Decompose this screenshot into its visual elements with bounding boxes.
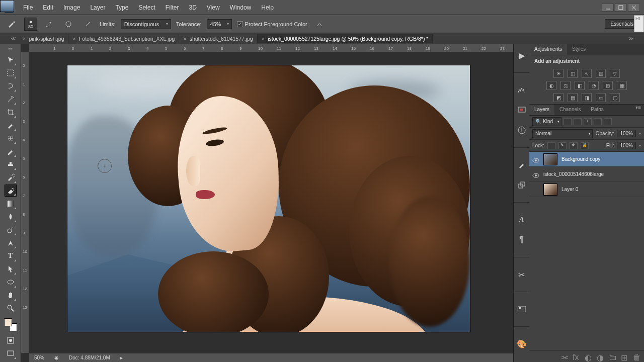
lookup-icon[interactable]: ▦ [617,81,627,90]
menu-file[interactable]: File [18,2,38,13]
tool-preset-icon[interactable] [5,18,19,30]
menu-window[interactable]: Window [225,2,257,13]
stamp-tool[interactable] [5,158,17,170]
tab-close-icon[interactable]: × [183,36,186,42]
layer-row[interactable]: Background copy [529,152,644,167]
menu-layer[interactable]: Layer [85,2,110,13]
filter-kind-select[interactable]: 🔍Kind [532,117,561,126]
tab-adjustments[interactable]: Adjustments [529,44,567,55]
character-icon[interactable]: A [517,215,527,225]
curves-icon[interactable]: ∿ [582,69,592,78]
tab-close-icon[interactable]: × [23,36,26,42]
move-tool[interactable] [5,54,17,66]
blend-mode-select[interactable]: Normal [532,129,593,138]
balance-icon[interactable]: ⚖ [560,81,571,90]
lock-pos-icon[interactable]: ✥ [570,142,578,149]
visibility-icon[interactable] [532,156,539,163]
visibility-icon[interactable] [532,186,539,193]
path-select-tool[interactable] [5,263,17,275]
paragraph-icon[interactable]: ¶ [517,235,527,245]
menu-edit[interactable]: Edit [38,2,58,13]
play-icon[interactable]: ▶ [517,50,527,60]
hue-icon[interactable]: ◐ [546,81,556,90]
fill-value[interactable]: 100% [617,142,636,149]
minimize-button[interactable] [602,4,614,12]
invert-icon[interactable]: ◩ [553,93,564,102]
canvas[interactable]: + [29,52,513,353]
swatches-panel-icon[interactable] [517,304,527,314]
tab-close-icon[interactable]: × [262,36,265,42]
selective-icon[interactable]: ▢ [610,93,620,102]
vibrance-icon[interactable]: ▽ [610,69,620,78]
panel-menu-icon[interactable]: ▾≡ [635,105,644,115]
tab-scroll-right-icon[interactable]: ≫ [625,36,636,41]
threshold-icon[interactable]: ◨ [582,93,592,102]
menu-type[interactable]: Type [110,2,133,13]
protect-fg-checkbox[interactable]: Protect Foreground Color [237,21,307,27]
lock-all-icon[interactable]: 🔒 [581,142,589,149]
menu-select[interactable]: Select [133,2,160,13]
wand-tool[interactable] [5,93,17,105]
dodge-tool[interactable] [5,224,17,236]
menu-image[interactable]: Image [58,2,85,13]
info-icon[interactable]: i [517,125,527,135]
brush-panel-icon[interactable] [517,160,527,170]
tab-scroll-left-icon[interactable]: ≪ [8,36,19,41]
exposure-icon[interactable]: ▨ [596,69,606,78]
tab-styles[interactable]: Styles [567,44,591,55]
color-panel-icon[interactable]: 🎨 [517,339,527,349]
new-fill-icon[interactable]: ◑ [597,353,604,360]
preset-manager-icon[interactable]: ✂ [517,269,527,280]
layer-thumbnail[interactable] [543,153,557,165]
posterize-icon[interactable]: ▤ [568,93,578,102]
layer-mask-icon[interactable]: ◐ [585,353,592,360]
delete-layer-icon[interactable]: 🗑 [633,353,640,360]
filter-adjust-icon[interactable] [574,118,582,125]
shape-tool[interactable] [5,276,17,288]
menu-help[interactable]: Help [256,2,279,13]
type-tool[interactable]: T [5,250,17,262]
navigator-icon[interactable] [517,105,527,115]
menu-filter[interactable]: Filter [160,2,184,13]
filter-pixel-icon[interactable] [564,118,572,125]
link-layers-icon[interactable]: ⫘ [560,353,568,360]
status-arrow-icon[interactable]: ▸ [120,355,123,360]
healing-tool[interactable] [5,132,17,144]
tablet-icon[interactable] [80,18,95,30]
brush-size-picker[interactable]: ●80 [24,18,37,31]
levels-icon[interactable]: ◫ [568,69,578,78]
limits-select[interactable]: Discontiguous [121,19,171,29]
tab-channels[interactable]: Channels [554,105,586,115]
layer-fx-icon[interactable]: fx [573,353,580,360]
tab-layers[interactable]: Layers [529,105,554,115]
quickmask-tool[interactable] [5,334,17,346]
history-brush-tool[interactable] [5,171,17,184]
gradient-map-icon[interactable]: ▭ [596,93,606,102]
new-layer-icon[interactable]: ⊞ [621,353,628,360]
pressure-icon[interactable] [61,18,75,30]
layer-thumbnail[interactable] [543,184,557,196]
tab-paths[interactable]: Paths [586,105,609,115]
opacity-value[interactable]: 100% [617,130,636,137]
marquee-tool[interactable] [5,67,17,79]
tab-close-icon[interactable]: × [72,36,75,42]
brightness-icon[interactable]: ☀ [553,69,564,78]
visibility-icon[interactable] [532,171,539,178]
eraser-tool[interactable] [5,185,17,197]
close-button[interactable] [628,4,640,12]
zoom-level[interactable]: 50% [34,355,44,360]
zoom-tool[interactable] [5,302,17,314]
layer-thumbnail[interactable] [0,0,14,12]
sample-icon[interactable] [312,18,327,30]
crop-tool[interactable] [5,106,17,118]
clone-source-icon[interactable] [517,180,527,190]
brush-icon[interactable] [42,18,56,30]
photo-filter-icon[interactable]: ◔ [589,81,599,90]
brush-tool[interactable] [5,145,17,157]
document-tab[interactable]: ×pink-splash.jpg [19,34,68,43]
mixer-icon[interactable]: ⊞ [603,81,613,90]
hand-tool[interactable] [5,289,17,301]
tolerance-select[interactable]: 45% [207,19,232,29]
hidden-panel-peek[interactable]: HI [634,15,644,32]
filter-type-icon[interactable]: T [584,118,592,125]
